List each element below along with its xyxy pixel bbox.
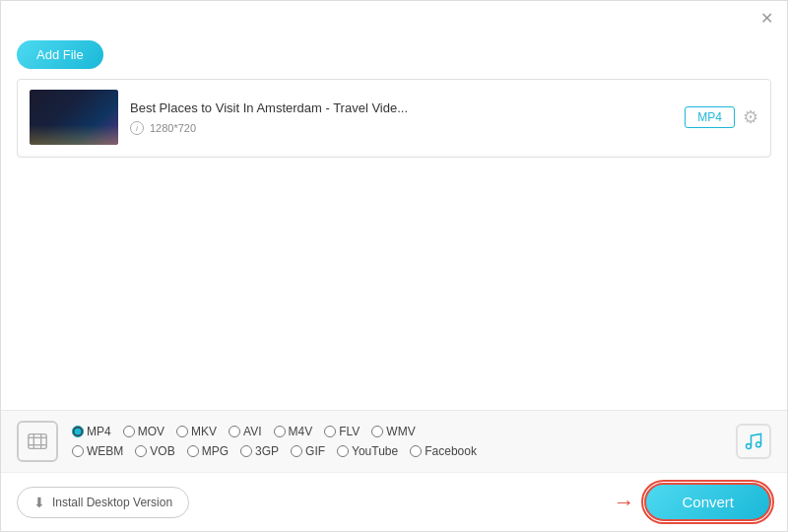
file-info: Best Places to Visit In Amsterdam - Trav… (118, 100, 685, 135)
format-row-2: WEBM VOB MPG 3GP GIF (72, 444, 736, 458)
format-m4v[interactable]: M4V (274, 425, 313, 438)
svg-point-5 (747, 444, 752, 449)
file-actions: MP4 ⚙ (685, 106, 758, 128)
svg-rect-0 (29, 434, 46, 449)
format-youtube[interactable]: YouTube (337, 444, 398, 458)
format-vob[interactable]: VOB (135, 444, 174, 458)
radio-flv[interactable] (324, 426, 336, 437)
format-mov[interactable]: MOV (123, 425, 164, 438)
radio-gif[interactable] (291, 445, 302, 457)
format-mkv[interactable]: MKV (176, 425, 217, 438)
format-mp4[interactable]: MP4 (72, 425, 111, 438)
radio-wmv[interactable] (371, 426, 383, 437)
label-avi: AVI (243, 425, 261, 438)
file-list: Best Places to Visit In Amsterdam - Trav… (17, 79, 771, 158)
radio-vob[interactable] (135, 445, 147, 457)
action-bar: ⬇ Install Desktop Version → Convert (1, 472, 787, 531)
download-icon: ⬇ (33, 495, 45, 510)
format-options: MP4 MOV MKV AVI M4V (72, 425, 736, 458)
label-webm: WEBM (87, 444, 123, 458)
arrow-icon: → (613, 490, 634, 515)
format-mpg[interactable]: MPG (187, 444, 229, 458)
label-wmv: WMV (386, 425, 415, 438)
label-mp4: MP4 (87, 425, 111, 438)
radio-facebook[interactable] (410, 445, 422, 457)
bottom-panel: MP4 MOV MKV AVI M4V (1, 410, 787, 531)
label-3gp: 3GP (255, 444, 279, 458)
format-selector: MP4 MOV MKV AVI M4V (1, 411, 787, 472)
add-file-button[interactable]: Add File (17, 40, 103, 69)
video-format-icon (17, 421, 58, 462)
music-icon[interactable] (736, 424, 771, 459)
format-wmv[interactable]: WMV (371, 425, 415, 438)
thumbnail-overlay (30, 125, 118, 145)
label-facebook: Facebook (425, 444, 477, 458)
install-button[interactable]: ⬇ Install Desktop Version (17, 487, 189, 518)
radio-mkv[interactable] (176, 426, 188, 437)
radio-mp4[interactable] (72, 426, 84, 437)
label-gif: GIF (305, 444, 325, 458)
format-row-1: MP4 MOV MKV AVI M4V (72, 425, 736, 438)
svg-point-6 (756, 442, 761, 447)
thumbnail-image (30, 90, 118, 145)
file-meta: i 1280*720 (130, 121, 673, 135)
radio-mpg[interactable] (187, 445, 199, 457)
radio-webm[interactable] (72, 445, 84, 457)
toolbar: Add File (1, 34, 787, 79)
label-youtube: YouTube (352, 444, 398, 458)
format-badge[interactable]: MP4 (685, 106, 735, 128)
settings-icon[interactable]: ⚙ (743, 106, 758, 128)
label-vob: VOB (150, 444, 174, 458)
label-flv: FLV (339, 425, 360, 438)
format-3gp[interactable]: 3GP (240, 444, 279, 458)
convert-area: → Convert (613, 483, 771, 521)
file-name: Best Places to Visit In Amsterdam - Trav… (130, 100, 673, 115)
close-button[interactable]: ✕ (757, 9, 775, 27)
radio-youtube[interactable] (337, 445, 349, 457)
radio-3gp[interactable] (240, 445, 252, 457)
label-mkv: MKV (191, 425, 217, 438)
radio-m4v[interactable] (274, 426, 286, 437)
format-avi[interactable]: AVI (229, 425, 261, 438)
radio-mov[interactable] (123, 426, 135, 437)
title-bar: ✕ (1, 1, 787, 34)
format-facebook[interactable]: Facebook (410, 444, 477, 458)
format-gif[interactable]: GIF (291, 444, 325, 458)
label-mov: MOV (138, 425, 164, 438)
middle-area (1, 158, 787, 374)
file-item: Best Places to Visit In Amsterdam - Trav… (18, 80, 770, 155)
label-m4v: M4V (289, 425, 313, 438)
file-resolution: 1280*720 (150, 122, 196, 134)
format-webm[interactable]: WEBM (72, 444, 123, 458)
radio-avi[interactable] (229, 426, 240, 437)
install-label: Install Desktop Version (52, 496, 172, 509)
format-flv[interactable]: FLV (324, 425, 360, 438)
convert-button[interactable]: Convert (644, 483, 771, 521)
file-thumbnail (30, 90, 118, 145)
info-icon[interactable]: i (130, 121, 144, 135)
label-mpg: MPG (202, 444, 229, 458)
